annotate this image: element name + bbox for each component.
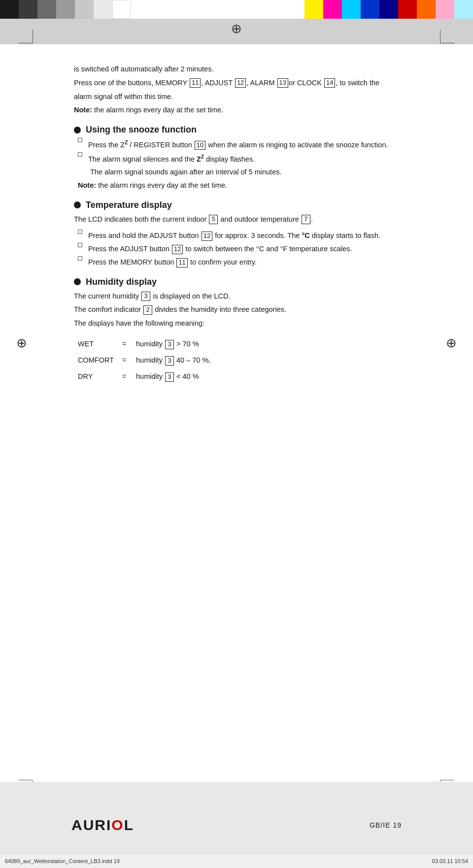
snooze-item2: The alarm signal silences and the ZZ dis… [78,153,399,165]
page-content: is switched off automatically after 2 mi… [69,49,404,779]
humidity-value-dry: humidity 3 < 40 % [136,368,216,385]
intro-line2e: , to switch the [336,79,379,87]
trim-mark [19,780,33,780]
humidity-heading-text: Humidity display [86,277,157,287]
logo-dot-o: O [111,817,124,834]
humidity-value-wet: humidity 3 > 70 % [136,336,216,352]
color-gap [131,0,304,19]
humidity-data-table: WET = humidity 3 > 70 % COMFORT = humidi… [78,336,216,385]
color-swatch [398,0,417,19]
logo-text: AURI [71,817,111,834]
intro-note: Note: the alarm rings every day at the s… [74,105,399,116]
intro-text-block3: alarm signal off within this time. [74,92,399,102]
bullet-sq-2 [78,152,82,157]
footer-page-info: GB/IE 19 [370,821,402,829]
file-name: 64089_aur_Wetterstation_Content_LB3.indd… [5,858,120,864]
ref-box-14: 14 [324,78,335,88]
humidity-line2: The comfort indicator 2 divides the humi… [74,304,399,315]
humidity-label-wet: WET [78,336,122,352]
bullet-sq-1 [78,138,82,142]
trim-mark [440,780,454,780]
color-swatch [112,0,131,19]
snooze-item3-text: The alarm signal sounds again after an i… [90,167,282,178]
color-swatch [19,0,37,19]
humidity-row-dry: DRY = humidity 3 < 40 % [78,368,216,385]
humidity-eq-dry: = [122,368,136,385]
ref-box-11: 11 [190,78,201,88]
registration-mark-top: ⊕ [229,21,244,36]
color-swatch [361,0,379,19]
humidity-section-heading: Humidity display [74,277,399,287]
snooze-heading-text: Using the snooze function [86,125,197,135]
humidity-table: WET = humidity 3 > 70 % COMFORT = humidi… [78,336,399,385]
intro-line1: is switched off automatically after 2 mi… [74,65,213,73]
humidity-row-comfort: COMFORT = humidity 3 40 – 70 %, [78,352,216,368]
color-swatch [94,0,112,19]
intro-line2c: , ALARM [246,79,274,87]
temp-item2-text: Press the ADJUST button 12 to switch bet… [88,244,352,255]
humidity-value-comfort: humidity 3 40 – 70 %, [136,352,216,368]
snooze-item2-text: The alarm signal silences and the ZZ dis… [88,153,255,165]
color-swatch [342,0,361,19]
snooze-item1: Press the ZZ / REGISTER button 10 when t… [78,139,399,151]
humidity-line1: The current humidity 3 is displayed on t… [74,291,399,302]
bottom-bar: 64089_aur_Wetterstation_Content_LB3.indd… [0,853,473,868]
temperature-item3: Press the MEMORY button 11 to confirm yo… [78,257,399,268]
temp-item1-text: Press and hold the ADJUST button 12 for … [88,231,380,241]
bullet-circle-snooze [74,127,81,134]
auriol-logo: AURIOL [71,817,134,834]
snooze-note-label: Note: [78,181,96,189]
humidity-label-comfort: COMFORT [78,352,122,368]
trim-mark [440,43,454,43]
color-swatch [0,0,19,19]
humidity-row-wet: WET = humidity 3 > 70 % [78,336,216,352]
bullet-sq-t2 [78,243,82,247]
bullet-circle-temp [74,201,81,208]
temp-item3-text: Press the MEMORY button 11 to confirm yo… [88,257,257,268]
snooze-section-heading: Using the snooze function [74,125,399,135]
temperature-section-heading: Temperature display [74,200,399,210]
temperature-heading-text: Temperature display [86,200,172,210]
snooze-item1-text: Press the ZZ / REGISTER button 10 when t… [88,139,388,151]
color-swatch [37,0,56,19]
color-swatch [436,0,454,19]
color-swatch [379,0,398,19]
date-time: 03.03.11 10:54 [432,858,468,864]
logo-text-l: L [124,817,134,834]
intro-text-block2: Press one of the buttons, MEMORY 11, ADJ… [74,78,399,89]
color-swatch [323,0,342,19]
temperature-intro: The LCD indicates both the current indoo… [74,214,399,225]
bullet-circle-humidity [74,278,81,285]
registration-mark-left: ⊕ [14,335,30,351]
trim-mark [440,30,440,43]
color-swatch [417,0,436,19]
snooze-item3: The alarm signal sounds again after an i… [78,167,399,178]
color-swatch [454,0,473,19]
intro-line2: Press one of the buttons, MEMORY [74,79,187,87]
snooze-note: Note: the alarm rings every day at the s… [78,180,399,191]
humidity-eq-wet: = [122,336,136,352]
ref-box-12a: 12 [235,78,246,88]
humidity-line3: The displays have the following meaning: [74,318,399,329]
humidity-label-dry: DRY [78,368,122,385]
color-swatch [75,0,94,19]
intro-text-block: is switched off automatically after 2 mi… [74,64,399,75]
snooze-note-text: the alarm rings every day at the set tim… [98,181,227,189]
registration-mark-right: ⊕ [443,335,459,351]
temperature-item2: Press the ADJUST button 12 to switch bet… [78,244,399,255]
color-bar-top [0,0,473,19]
bullet-sq-t1 [78,230,82,234]
intro-line2b: , ADJUST [201,79,232,87]
intro-line3: alarm signal off within this time. [74,93,173,100]
trim-mark [19,43,33,43]
ref-box-13: 13 [277,78,288,88]
humidity-eq-comfort: = [122,352,136,368]
trim-mark [33,30,33,43]
color-swatch [304,0,323,19]
bullet-sq-t3 [78,256,82,261]
temperature-item1: Press and hold the ADJUST button 12 for … [78,231,399,241]
intro-note-text: the alarm rings every day at the set tim… [94,106,223,114]
color-swatch [56,0,75,19]
intro-line2d: or CLOCK [289,79,322,87]
intro-note-label: Note: [74,106,92,114]
